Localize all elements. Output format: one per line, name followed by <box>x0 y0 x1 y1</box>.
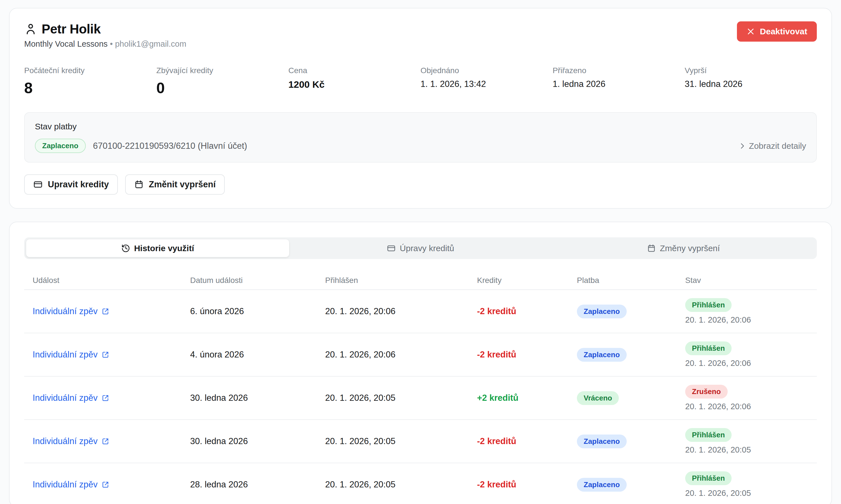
status-date: 20. 1. 2026, 20:06 <box>685 359 751 368</box>
credits-cell: +2 kreditů <box>477 393 577 403</box>
deactivate-button[interactable]: Deaktivovat <box>737 21 817 42</box>
stat-label: Zbývající kredity <box>156 66 289 75</box>
event-date-cell: 6. února 2026 <box>190 306 325 317</box>
payment-status-title: Stav platby <box>35 122 806 131</box>
tab-credit-adjustments[interactable]: Úpravy kreditů <box>289 239 552 257</box>
credit-card-icon <box>33 180 43 189</box>
column-header-payment: Platba <box>577 276 685 285</box>
stat-ordered: Objednáno 1. 1. 2026, 13:42 <box>420 66 553 96</box>
event-link-label: Individuální zpěv <box>33 480 97 490</box>
edit-credits-label: Upravit kredity <box>48 179 109 190</box>
event-cell: Individuální zpěv <box>24 393 190 403</box>
customer-summary-card: Petr Holik Monthly Vocal Lessons • pholi… <box>9 8 832 209</box>
stat-label: Přiřazeno <box>553 66 685 75</box>
payment-badge: Zaplaceno <box>577 305 627 318</box>
event-link-label: Individuální zpěv <box>33 306 97 317</box>
status-cell: Přihlášen 20. 1. 2026, 20:05 <box>685 428 817 454</box>
customer-identity: Petr Holik Monthly Vocal Lessons • pholi… <box>24 21 186 49</box>
event-date-cell: 30. ledna 2026 <box>190 436 325 446</box>
calendar-icon <box>647 244 656 253</box>
event-date-cell: 4. února 2026 <box>190 349 325 360</box>
external-link-icon <box>102 351 109 359</box>
event-link-label: Individuální zpěv <box>33 393 97 403</box>
show-details-link[interactable]: Zobrazit detaily <box>738 141 806 151</box>
show-details-label: Zobrazit detaily <box>749 141 806 151</box>
enrolled-date-cell: 20. 1. 2026, 20:05 <box>325 393 477 403</box>
identity-name-row: Petr Holik <box>24 21 186 37</box>
tab-label: Úpravy kreditů <box>400 244 454 253</box>
chevron-right-icon <box>738 142 746 150</box>
event-cell: Individuální zpěv <box>24 306 190 317</box>
event-link-label: Individuální zpěv <box>33 436 97 446</box>
person-icon <box>24 22 37 35</box>
stat-label: Cena <box>288 66 420 75</box>
page: Petr Holik Monthly Vocal Lessons • pholi… <box>0 0 841 504</box>
column-header-status: Stav <box>685 276 817 285</box>
status-date: 20. 1. 2026, 20:05 <box>685 488 751 498</box>
usage-history-table: Událost Datum události Přihlášen Kredity… <box>24 271 817 504</box>
stat-value: 1. ledna 2026 <box>553 79 685 89</box>
external-link-icon <box>102 307 109 315</box>
credits-value: +2 kreditů <box>477 393 518 403</box>
stat-remaining-credits: Zbývající kredity 0 <box>156 66 289 96</box>
deactivate-label: Deaktivovat <box>760 27 807 36</box>
table-body: Individuální zpěv 6. února 2026 20. 1. 2… <box>24 290 817 504</box>
stat-assigned: Přiřazeno 1. ledna 2026 <box>553 66 685 96</box>
enrolled-date-cell: 20. 1. 2026, 20:06 <box>325 306 477 317</box>
tab-usage-history[interactable]: Historie využití <box>26 239 289 257</box>
stat-label: Počáteční kredity <box>24 66 156 75</box>
stat-price: Cena 1200 Kč <box>288 66 420 96</box>
tab-expiry-changes[interactable]: Změny vypršení <box>552 239 815 257</box>
credits-value: -2 kreditů <box>477 480 516 489</box>
payment-badge: Zaplaceno <box>577 348 627 362</box>
table-header: Událost Datum události Přihlášen Kredity… <box>24 271 817 290</box>
status-badge: Přihlášen <box>685 298 732 312</box>
credits-cell: -2 kreditů <box>477 306 577 317</box>
stat-value: 31. ledna 2026 <box>685 79 817 89</box>
stat-expires: Vyprší 31. ledna 2026 <box>685 66 817 96</box>
event-link[interactable]: Individuální zpěv <box>33 306 109 317</box>
status-cell: Přihlášen 20. 1. 2026, 20:06 <box>685 298 817 325</box>
customer-name: Petr Holik <box>42 21 101 37</box>
event-date-cell: 28. ledna 2026 <box>190 480 325 490</box>
change-expiry-button[interactable]: Změnit vypršení <box>125 174 225 195</box>
status-date: 20. 1. 2026, 20:06 <box>685 402 751 411</box>
table-row: Individuální zpěv 30. ledna 2026 20. 1. … <box>24 420 817 463</box>
stats-row: Počáteční kredity 8 Zbývající kredity 0 … <box>24 66 817 96</box>
history-clock-icon <box>121 244 130 253</box>
close-icon <box>747 27 755 36</box>
payment-cell: Zaplaceno <box>577 305 685 318</box>
event-link[interactable]: Individuální zpěv <box>33 436 109 446</box>
edit-credits-button[interactable]: Upravit kredity <box>24 174 118 195</box>
stat-value: 1200 Kč <box>288 79 420 90</box>
table-row: Individuální zpěv 4. února 2026 20. 1. 2… <box>24 333 817 377</box>
event-link[interactable]: Individuální zpěv <box>33 480 109 490</box>
payment-cell: Zaplaceno <box>577 478 685 492</box>
stat-label: Objednáno <box>420 66 553 75</box>
event-date-cell: 30. ledna 2026 <box>190 393 325 403</box>
payment-cell: Zaplaceno <box>577 348 685 362</box>
payment-status-box: Stav platby Zaplaceno 670100-2210190593/… <box>24 112 817 163</box>
column-header-credits: Kredity <box>477 276 577 285</box>
external-link-icon <box>102 394 109 402</box>
tab-bar: Historie využití Úpravy kreditů Změny vy… <box>24 237 817 259</box>
stat-value: 8 <box>24 79 156 96</box>
status-badge: Zrušeno <box>685 385 728 398</box>
credit-card-icon <box>387 244 396 253</box>
status-cell: Přihlášen 20. 1. 2026, 20:05 <box>685 471 817 498</box>
status-badge: Přihlášen <box>685 471 732 485</box>
status-date: 20. 1. 2026, 20:06 <box>685 315 751 325</box>
event-cell: Individuální zpěv <box>24 480 190 490</box>
event-link[interactable]: Individuální zpěv <box>33 349 109 360</box>
product-name: Monthly Vocal Lessons <box>24 39 108 48</box>
enrolled-date-cell: 20. 1. 2026, 20:06 <box>325 349 477 360</box>
credits-cell: -2 kreditů <box>477 436 577 446</box>
payment-status-row: Zaplaceno 670100-2210190593/6210 (Hlavní… <box>35 139 806 153</box>
stat-value: 1. 1. 2026, 13:42 <box>420 79 553 89</box>
event-link[interactable]: Individuální zpěv <box>33 393 109 403</box>
status-date: 20. 1. 2026, 20:05 <box>685 445 751 454</box>
history-card: Historie využití Úpravy kreditů Změny vy… <box>9 222 832 504</box>
payment-badge: Zaplaceno <box>577 478 627 492</box>
stat-value: 0 <box>156 79 289 96</box>
table-row: Individuální zpěv 28. ledna 2026 20. 1. … <box>24 463 817 504</box>
